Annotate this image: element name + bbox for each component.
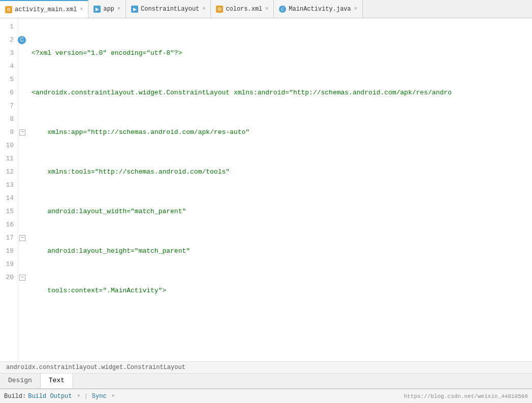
tab-bar: ⚙ activity_main.xml × ▶ app × ▶ Constrai… <box>0 0 532 18</box>
tab-label: app <box>103 6 114 13</box>
tab-close-icon[interactable]: × <box>265 6 268 12</box>
tab-constraint-layout[interactable]: ▶ ConstraintLayout × <box>126 0 211 18</box>
tab-label: colors.xml <box>226 6 262 13</box>
line-numbers: 1 2 3 4 5 6 7 8 9 10 11 12 13 14 15 16 1… <box>0 18 18 361</box>
editor-area: 1 2 3 4 5 6 7 8 9 10 11 12 13 14 15 16 1… <box>0 18 532 389</box>
tab-main-activity[interactable]: C MainActivity.java × <box>274 0 362 18</box>
code-line-1: <?xml version="1.0" encoding="utf-8"?> <box>27 47 532 60</box>
tab-app[interactable]: ▶ app × <box>88 0 126 18</box>
tab-design[interactable]: Design <box>0 374 41 388</box>
breadcrumb-bar: androidx.constraintlayout.widget.Constra… <box>0 361 532 374</box>
constraint-icon: ▶ <box>131 6 138 13</box>
breadcrumb: androidx.constraintlayout.widget.Constra… <box>6 364 185 371</box>
code-content[interactable]: <?xml version="1.0" encoding="utf-8"?> <… <box>27 18 532 361</box>
build-output-close[interactable]: × <box>77 393 80 399</box>
c-badge: C <box>18 36 26 44</box>
xml-file-icon: ⚙ <box>5 6 12 13</box>
tab-label: MainActivity.java <box>289 6 351 13</box>
code-line-7: tools:context=".MainActivity"> <box>27 284 532 297</box>
build-label: Build: <box>4 393 26 400</box>
tab-close-icon[interactable]: × <box>117 6 120 12</box>
bottom-left: Build: Build Output × | Sync × <box>4 393 115 400</box>
build-output-link[interactable]: Build Output <box>28 393 72 400</box>
tab-text[interactable]: Text <box>41 374 73 388</box>
code-editor[interactable]: 1 2 3 4 5 6 7 8 9 10 11 12 13 14 15 16 1… <box>0 18 532 361</box>
view-tabs: Design Text <box>0 374 532 389</box>
bottom-bar: Build: Build Output × | Sync × https://b… <box>0 389 532 403</box>
fold-icon-9[interactable]: − <box>19 129 25 136</box>
code-line-6: android:layout_height="match_parent" <box>27 245 532 258</box>
tab-label: activity_main.xml <box>15 6 77 13</box>
sync-close[interactable]: × <box>112 393 115 399</box>
tab-close-icon[interactable]: × <box>202 6 205 12</box>
code-line-5: android:layout_width="match_parent" <box>27 205 532 218</box>
code-line-3: xmlns:app="http://schemas.android.com/ap… <box>27 126 532 139</box>
code-line-8 <box>27 324 532 337</box>
fold-icon-20[interactable]: − <box>19 275 25 281</box>
code-line-2: <androidx.constraintlayout.widget.Constr… <box>27 86 532 99</box>
tab-colors-xml[interactable]: ⚙ colors.xml × <box>211 0 274 18</box>
app-icon: ▶ <box>93 6 101 13</box>
tab-close-icon[interactable]: × <box>80 7 83 12</box>
tab-activity-main[interactable]: ⚙ activity_main.xml × <box>0 0 88 18</box>
gutter: C − − − <box>18 18 27 361</box>
java-icon: C <box>279 6 286 13</box>
code-line-4: xmlns:tools="http://schemas.android.com/… <box>27 165 532 179</box>
fold-icon-17[interactable]: − <box>19 235 25 241</box>
tab-close-icon[interactable]: × <box>354 6 357 12</box>
bottom-url: https://blog.csdn.net/weixin_44819566 <box>404 393 528 399</box>
separator: | <box>84 393 88 400</box>
tab-label: ConstraintLayout <box>141 6 199 13</box>
colors-icon: ⚙ <box>216 6 223 13</box>
sync-link[interactable]: Sync <box>92 393 107 400</box>
